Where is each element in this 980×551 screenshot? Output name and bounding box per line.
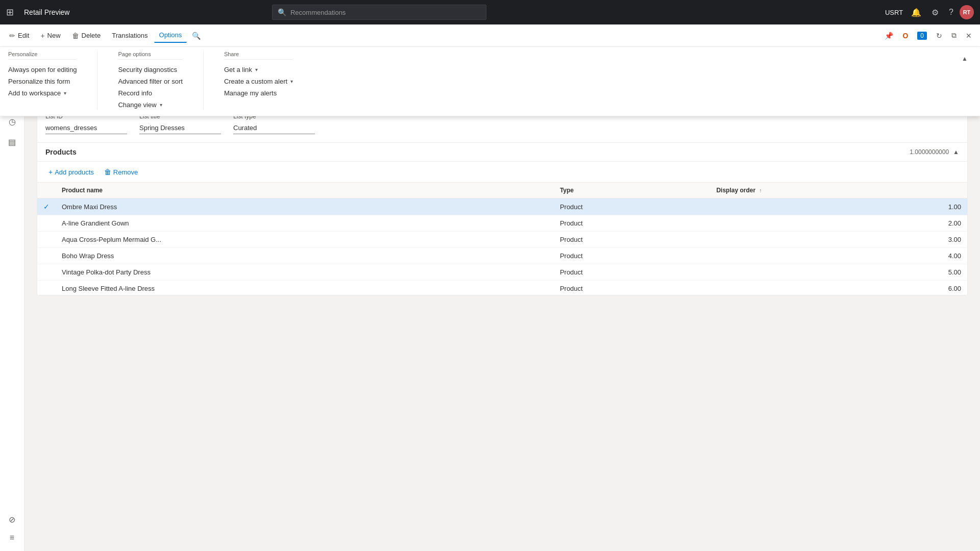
products-toolbar: + Add products 🗑 Remove (37, 162, 967, 183)
top-bar: ⊞ Retail Preview 🔍 USRT 🔔 ⚙ ? RT (0, 0, 980, 24)
row-check-0[interactable]: ✓ (37, 198, 56, 215)
new-button[interactable]: + New (35, 29, 65, 43)
row-type-5: Product (554, 281, 710, 295)
close-button[interactable]: ✕ (962, 29, 976, 43)
options-divider-1 (97, 51, 97, 110)
row-order-0: 1.00 (710, 198, 967, 215)
command-bar: ✏ Edit + New 🗑 Delete Translations Optio… (0, 24, 980, 47)
options-dropdown: Personalize Always open for editing Pers… (0, 47, 980, 116)
username-label: USRT (885, 9, 903, 16)
always-open-editing-item[interactable]: Always open for editing (8, 65, 77, 74)
remove-icon: 🗑 (104, 168, 111, 176)
app-grid-menu[interactable]: ⊞ (6, 7, 18, 18)
open-new-window-button[interactable]: ⧉ (947, 28, 961, 43)
row-check-2[interactable] (37, 232, 56, 248)
row-check-4[interactable] (37, 264, 56, 281)
settings-button[interactable]: ⚙ (927, 5, 943, 20)
custom-alert-chevron-icon: ▾ (290, 79, 293, 84)
search-input[interactable] (290, 9, 481, 16)
options-group-share: Share Get a link ▾ Create a custom alert… (224, 51, 293, 110)
command-bar-right: 📌 O 0 ↻ ⧉ ✕ (880, 28, 976, 43)
top-right-icons: USRT 🔔 ⚙ ? RT (885, 5, 974, 20)
table-row[interactable]: Vintage Polka-dot Party Dress Product 5.… (37, 264, 967, 281)
col-display-order[interactable]: Display order ↑ (710, 183, 967, 198)
add-products-button[interactable]: + Add products (45, 166, 97, 178)
options-group-personalize: Personalize Always open for editing Pers… (8, 51, 77, 110)
row-order-1: 2.00 (710, 215, 967, 232)
avatar[interactable]: RT (960, 5, 974, 19)
change-view-item[interactable]: Change view ▾ (118, 100, 182, 110)
edit-button[interactable]: ✏ Edit (4, 29, 34, 43)
table-row[interactable]: A-line Grandient Gown Product 2.00 (37, 215, 967, 232)
row-order-4: 5.00 (710, 264, 967, 281)
list-id-value[interactable]: womens_dresses (45, 122, 127, 134)
notification-bell[interactable]: 🔔 (907, 5, 925, 20)
products-collapse-icon[interactable]: ▲ (953, 148, 959, 156)
sidebar-item-workspaces[interactable]: ▤ (3, 133, 21, 151)
row-name-5: Long Sleeve Fitted A-line Dress (56, 281, 554, 295)
delete-icon: 🗑 (72, 32, 79, 40)
add-to-workspace-item[interactable]: Add to workspace ▾ (8, 88, 77, 98)
delete-button[interactable]: 🗑 Delete (67, 29, 106, 43)
products-header[interactable]: Products 1.0000000000 ▲ (37, 143, 967, 162)
options-collapse-button[interactable]: ▲ (958, 51, 972, 66)
table-row[interactable]: Long Sleeve Fitted A-line Dress Product … (37, 281, 967, 295)
manage-alerts-item[interactable]: Manage my alerts (224, 88, 293, 98)
row-check-3[interactable] (37, 248, 56, 264)
row-check-1[interactable] (37, 215, 56, 232)
office-button[interactable]: O (898, 29, 912, 43)
list-type-value[interactable]: Curated (233, 122, 315, 134)
personalize-form-item[interactable]: Personalize this form (8, 77, 77, 86)
options-divider-2 (203, 51, 204, 110)
row-type-3: Product (554, 248, 710, 264)
record-info-item[interactable]: Record info (118, 88, 182, 98)
pin-button[interactable]: 📌 (880, 29, 897, 43)
col-type[interactable]: Type (554, 183, 710, 198)
translations-button[interactable]: Translations (107, 29, 153, 42)
create-custom-alert-item[interactable]: Create a custom alert ▾ (224, 77, 293, 86)
sidebar-item-more[interactable]: ≡ (3, 529, 21, 547)
sidebar-item-filter[interactable]: ⊘ (3, 510, 21, 529)
sidebar: ☰ ⌂ ☆ ◷ ▤ ⊘ ≡ (0, 47, 24, 551)
refresh-button[interactable]: ↻ (932, 29, 946, 43)
refresh-icon: ↻ (936, 32, 942, 40)
table-row[interactable]: Boho Wrap Dress Product 4.00 (37, 248, 967, 264)
close-icon: ✕ (966, 32, 972, 40)
clock-icon: ◷ (9, 117, 16, 127)
row-type-2: Product (554, 232, 710, 248)
advanced-filter-item[interactable]: Advanced filter or sort (118, 77, 182, 86)
row-order-5: 6.00 (710, 281, 967, 295)
row-name-1: A-line Grandient Gown (56, 215, 554, 232)
row-name-2: Aqua Cross-Peplum Mermaid G... (56, 232, 554, 248)
search-cmd-icon: 🔍 (192, 32, 201, 40)
office-icon: O (902, 32, 908, 40)
table-header-row: Product name Type Display order ↑ (37, 183, 967, 198)
grid-icon: ⊞ (6, 7, 14, 18)
remove-button[interactable]: 🗑 Remove (101, 166, 141, 178)
row-check-5[interactable] (37, 281, 56, 295)
products-title: Products (45, 148, 77, 156)
add-icon: + (48, 168, 53, 176)
general-section: General womens_dresses | Spring Dresses … (37, 85, 968, 295)
workspaces-icon: ▤ (8, 137, 16, 147)
get-a-link-item[interactable]: Get a link ▾ (224, 65, 293, 74)
edit-icon: ✏ (9, 32, 15, 40)
bell-icon: 🔔 (911, 8, 921, 17)
table-row[interactable]: Aqua Cross-Peplum Mermaid G... Product 3… (37, 232, 967, 248)
search-command-button[interactable]: 🔍 (188, 29, 205, 43)
options-button[interactable]: Options (154, 28, 187, 43)
personalize-group-title: Personalize (8, 51, 77, 60)
sort-icon: ↑ (759, 188, 762, 193)
search-bar[interactable]: 🔍 (272, 5, 486, 20)
security-diagnostics-item[interactable]: Security diagnostics (118, 65, 182, 74)
col-product-name[interactable]: Product name (56, 183, 554, 198)
list-title-value[interactable]: Spring Dresses (139, 122, 221, 134)
row-name-3: Boho Wrap Dress (56, 248, 554, 264)
table-row[interactable]: ✓ Ombre Maxi Dress Product 1.00 (37, 198, 967, 215)
products-table: Product name Type Display order ↑ (37, 183, 967, 295)
change-view-chevron-icon: ▾ (160, 102, 162, 108)
help-button[interactable]: ? (945, 5, 958, 20)
notif-count-button[interactable]: 0 (913, 29, 931, 43)
row-name-4: Vintage Polka-dot Party Dress (56, 264, 554, 281)
products-table-wrapper: Product name Type Display order ↑ (37, 183, 967, 295)
